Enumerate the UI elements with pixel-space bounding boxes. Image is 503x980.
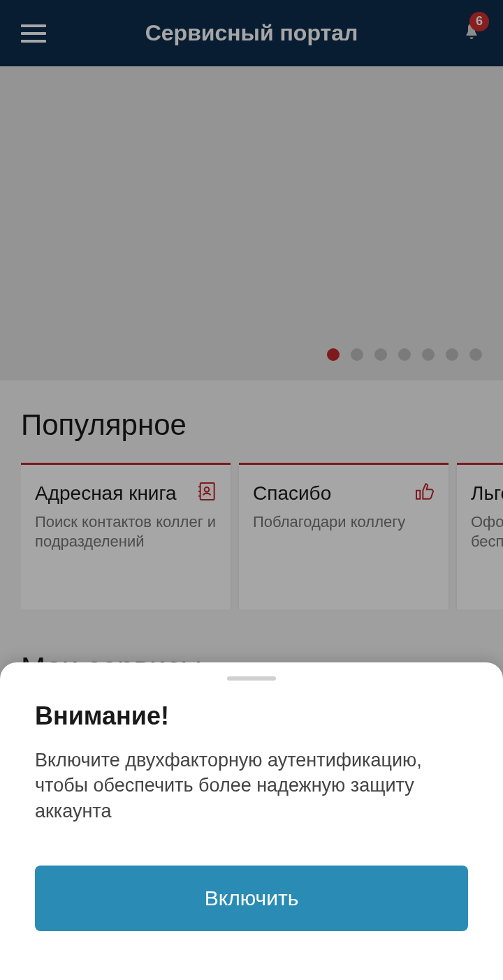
carousel-dots — [327, 348, 482, 361]
carousel-dot[interactable] — [351, 348, 363, 361]
address-book-icon — [196, 480, 218, 503]
card-travel[interactable]: Льготный проезд Оформление бесплатных по… — [457, 463, 503, 609]
card-thanks[interactable]: Спасибо Поблагодари коллегу — [239, 463, 449, 609]
app-header: Сервисный портал 6 — [0, 0, 503, 66]
sheet-text: Включите двухфакторную аутентификацию, ч… — [35, 748, 468, 824]
card-subtitle: Поиск контактов коллег и подразделений — [35, 512, 217, 552]
svg-point-1 — [205, 487, 210, 492]
enable-button[interactable]: Включить — [35, 866, 468, 931]
card-address-book[interactable]: Адресная книга Поиск контактов коллег и … — [21, 463, 231, 609]
carousel-dot[interactable] — [446, 348, 458, 361]
card-title: Спасибо — [253, 482, 435, 505]
main-content: Популярное Адресная книга Поиск контакто… — [0, 380, 503, 685]
thumbs-up-icon — [414, 480, 436, 503]
sheet-handle[interactable] — [227, 676, 276, 681]
popular-section-title: Популярное — [21, 408, 482, 442]
carousel-dot[interactable] — [374, 348, 387, 361]
notification-badge: 6 — [469, 12, 489, 31]
notifications-button[interactable]: 6 — [461, 20, 482, 47]
carousel-dot[interactable] — [469, 348, 482, 361]
carousel-dot[interactable] — [398, 348, 411, 361]
page-title: Сервисный портал — [145, 20, 358, 46]
carousel-dot[interactable] — [327, 348, 340, 361]
card-title: Адресная книга — [35, 482, 217, 505]
banner-carousel[interactable] — [0, 66, 503, 380]
menu-icon[interactable] — [21, 24, 46, 43]
popular-cards: Адресная книга Поиск контактов коллег и … — [21, 463, 503, 609]
carousel-dot[interactable] — [422, 348, 435, 361]
card-title: Льготный проезд — [471, 482, 503, 505]
card-subtitle: Оформление бесплатных поездок — [471, 512, 503, 552]
sheet-title: Внимание! — [35, 701, 468, 731]
bottom-sheet: Внимание! Включите двухфакторную аутенти… — [0, 662, 503, 980]
card-subtitle: Поблагодари коллегу — [253, 512, 435, 533]
